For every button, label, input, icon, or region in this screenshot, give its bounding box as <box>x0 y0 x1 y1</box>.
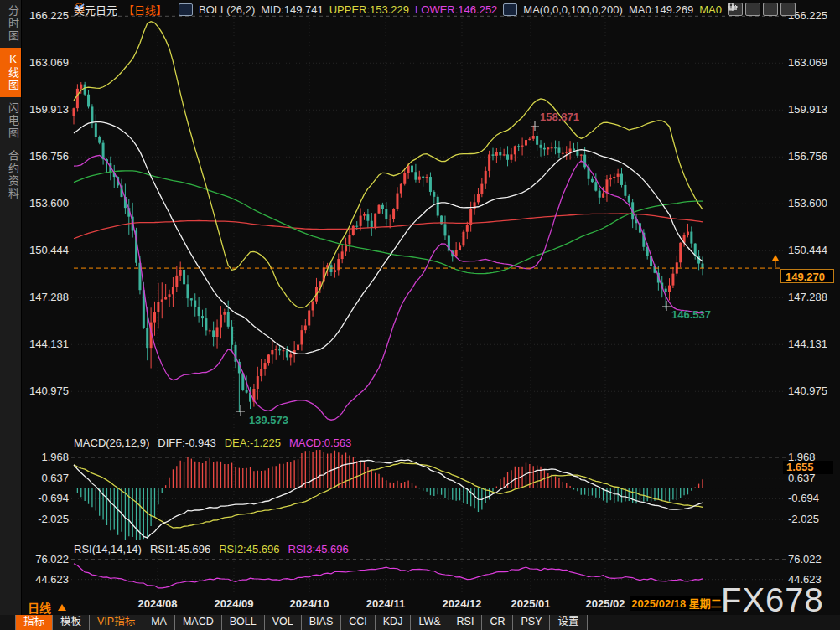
axis-label: 156.756 <box>23 150 69 163</box>
macd-axis-tag-value: 1.655 <box>786 461 814 473</box>
chevron-up-icon <box>58 604 66 611</box>
ma-indicator-icon[interactable] <box>503 3 517 16</box>
chart-canvas[interactable] <box>0 0 840 630</box>
sidebar-item-4[interactable]: 合约资料 <box>0 145 21 205</box>
toolbar-item-CCI[interactable]: CCI <box>341 615 376 630</box>
boll-upper-value: UPPER:153.229 <box>329 3 409 16</box>
axis-label: 140.975 <box>788 385 838 398</box>
price-annotation: 139.573 <box>249 414 288 426</box>
axis-label: 144.131 <box>788 338 838 351</box>
toolbar-item-CR[interactable]: CR <box>482 615 513 630</box>
axis-label: -2.025 <box>23 513 69 526</box>
axis-label: 76.022 <box>23 553 69 566</box>
axis-label: 44.623 <box>23 573 69 586</box>
axis-label: 166.225 <box>23 9 69 23</box>
axis-label: 76.022 <box>788 553 838 566</box>
rsi1-value: RSI1:45.696 <box>150 543 210 555</box>
axis-label: -0.694 <box>23 492 69 505</box>
toolbar-item-RSI[interactable]: RSI <box>449 615 483 630</box>
macd-title: MACD(26,12,9) <box>74 436 149 449</box>
exit-icon[interactable] <box>780 3 796 16</box>
toolbar-item-LW&[interactable]: LW& <box>411 615 449 630</box>
period-selector-label: 日线 <box>28 599 51 616</box>
fx678-watermark: FX678 <box>721 581 824 619</box>
boll-lower-value: LOWER:146.252 <box>415 3 497 16</box>
boll-indicator-icon[interactable] <box>179 3 193 16</box>
axis-label: 0.637 <box>23 472 69 485</box>
macd-dea-value: DEA:-1.225 <box>225 436 281 449</box>
toolbar-item-MA[interactable]: MA <box>143 615 175 630</box>
toolbar-item-BIAS[interactable]: BIAS <box>302 615 342 630</box>
month-label: 2024/12 <box>443 597 482 610</box>
toolbar-item-模板[interactable]: 模板 <box>53 615 90 630</box>
trading-app-window: 分时图K线图闪电图合约资料 美元日元 【日线】 BOLL(26,2) MID:1… <box>0 0 840 630</box>
axis-label: 150.444 <box>23 244 69 257</box>
axis-label: 153.600 <box>788 197 838 210</box>
last-price-value: 149.270 <box>786 271 825 283</box>
ma0-extra-label: MA0 <box>699 3 722 16</box>
indicator-toolbar: 指标模板VIP指标MAMACDBOLLVOLBIASCCIKDJLW&RSICR… <box>15 615 588 630</box>
month-label: 2025/02 <box>586 597 625 610</box>
macd-axis-tag: 1.655 <box>783 461 833 474</box>
month-label: 2024/11 <box>366 597 405 610</box>
rsi2-value: RSI2:45.696 <box>219 543 279 555</box>
macd-panel-header: MACD(26,12,9) DIFF:-0.943 DEA:-1.225 MAC… <box>74 436 351 449</box>
macd-macd-value: MACD:0.563 <box>289 436 351 449</box>
toolbar-item-KDJ[interactable]: KDJ <box>376 615 412 630</box>
axis-pan-left-icon[interactable] <box>745 3 760 16</box>
period-selector[interactable]: 日线 <box>28 599 66 616</box>
month-label: 2024/09 <box>215 597 254 610</box>
toolbar-item-指标[interactable]: 指标 <box>15 615 53 630</box>
axis-label: -2.025 <box>788 513 838 526</box>
axis-label: 150.444 <box>788 244 838 257</box>
rsi3-value: RSI3:45.696 <box>288 543 349 555</box>
month-label: 2025/01 <box>511 597 551 610</box>
toolbar-item-VIP指标[interactable]: VIP指标 <box>90 615 143 630</box>
chart-header: 美元日元 【日线】 BOLL(26,2) MID:149.741 UPPER:1… <box>74 3 722 16</box>
axis-label: 159.913 <box>23 103 69 116</box>
axis-label: 159.913 <box>788 103 838 116</box>
boll-label: BOLL(26,2) <box>199 3 255 16</box>
period-label: 【日线】 <box>123 2 167 18</box>
ma-label: MA(0,0,0,100,0,200) <box>523 3 623 16</box>
sidebar-item-2[interactable]: K线图 <box>0 48 21 97</box>
rsi-panel-header: RSI(14,14,14) RSI1:45.696 RSI2:45.696 RS… <box>74 543 349 555</box>
axis-label: 140.975 <box>23 385 69 398</box>
axis-label: 147.288 <box>23 291 69 304</box>
boll-mid-value: MID:149.741 <box>261 3 323 16</box>
axis-label: 1.968 <box>23 451 69 464</box>
toolbar-item-设置[interactable]: 设置 <box>550 615 587 630</box>
current-date-tag: 2025/02/18 星期二 <box>630 596 723 611</box>
toolbar-item-BOLL[interactable]: BOLL <box>222 615 265 630</box>
macd-diff-value: DIFF:-0.943 <box>158 436 215 449</box>
axis-label: 163.069 <box>788 56 838 70</box>
price-annotation: 146.537 <box>671 308 711 321</box>
axis-label: 144.131 <box>23 338 69 351</box>
axis-label: 147.288 <box>788 291 838 304</box>
month-label: 2024/08 <box>138 597 178 610</box>
ma0-value: MA0:149.269 <box>629 3 693 16</box>
toolbar-item-PSY[interactable]: PSY <box>513 615 550 630</box>
sidebar-item-1[interactable]: 分时图 <box>0 0 21 48</box>
toolbar-item-VOL[interactable]: VOL <box>265 615 302 630</box>
chart-type-sidebar: 分时图K线图闪电图合约资料 <box>0 0 22 630</box>
price-annotation: 158.871 <box>540 111 579 123</box>
last-price-tag: 149.270 <box>780 269 834 283</box>
axis-label: 153.600 <box>23 197 69 210</box>
sidebar-item-3[interactable]: 闪电图 <box>0 97 21 145</box>
rsi-title: RSI(14,14,14) <box>74 543 142 555</box>
month-label: 2024/10 <box>290 597 329 610</box>
axis-label: 163.069 <box>23 56 69 70</box>
window-tool-icons <box>728 3 796 16</box>
axis-pan-right-icon[interactable] <box>763 3 778 16</box>
axis-label: -0.694 <box>788 492 838 505</box>
axis-label: 156.756 <box>788 150 838 163</box>
axis-label: 166.225 <box>788 9 838 23</box>
toolbar-item-MACD[interactable]: MACD <box>175 615 222 630</box>
